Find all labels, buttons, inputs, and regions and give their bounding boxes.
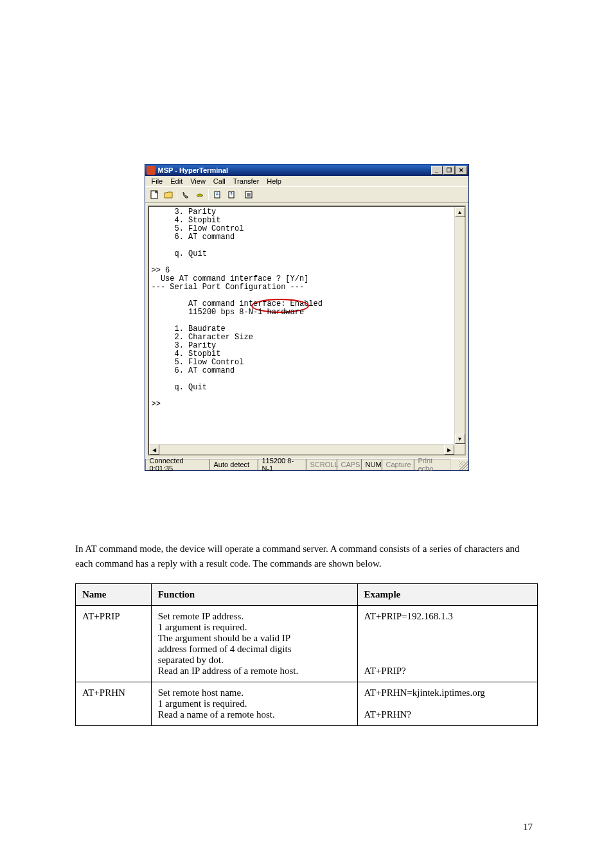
at-command-table: Name Function Example AT+PRIPSet remote … xyxy=(75,583,538,726)
open-file-icon[interactable] xyxy=(161,188,175,201)
hyperterminal-window: MSP - HyperTerminal _ ❐ ✕ File Edit View… xyxy=(145,164,469,471)
status-baud: 115200 8-N-1 xyxy=(258,459,306,470)
col-header-example: Example xyxy=(357,584,537,606)
menu-call[interactable]: Call xyxy=(209,177,229,186)
status-echo: Print echo xyxy=(414,459,451,470)
status-connected: Connected 0:01:35 xyxy=(145,459,209,470)
close-button[interactable]: ✕ xyxy=(456,166,467,175)
phone-hangup-icon[interactable] xyxy=(193,188,207,201)
col-header-name: Name xyxy=(76,584,152,606)
terminal-output[interactable]: 3. Parity 4. Stopbit 5. Flow Control 6. … xyxy=(149,207,465,454)
terminal-line: q. Quit xyxy=(152,250,462,258)
terminal-line: --- Serial Port Configuration --- xyxy=(152,283,462,292)
receive-file-icon[interactable] xyxy=(224,188,238,201)
terminal-line: q. Quit xyxy=(152,384,462,392)
page-number: 17 xyxy=(523,822,533,833)
status-bar: Connected 0:01:35 Auto detect 115200 8-N… xyxy=(145,458,468,470)
window-titlebar: MSP - HyperTerminal _ ❐ ✕ xyxy=(145,164,468,176)
vertical-scrollbar[interactable]: ▲ ▼ xyxy=(454,207,465,444)
window-title: MSP - HyperTerminal xyxy=(158,166,431,174)
terminal-line xyxy=(152,392,462,400)
cell-name: AT+PRHN xyxy=(76,682,152,726)
scroll-right-button[interactable]: ▶ xyxy=(444,445,454,455)
new-file-icon[interactable] xyxy=(147,188,161,201)
table-row: AT+PRIPSet remote IP address.1 argument … xyxy=(76,606,538,682)
status-scroll: SCROLL xyxy=(306,459,337,470)
cell-name: AT+PRIP xyxy=(76,606,152,682)
horizontal-scrollbar[interactable]: ◀ ▶ xyxy=(149,444,454,454)
send-file-icon[interactable] xyxy=(210,188,224,201)
menu-file[interactable]: File xyxy=(148,177,167,186)
scroll-left-button[interactable]: ◀ xyxy=(149,445,159,455)
phone-call-icon[interactable] xyxy=(179,188,193,201)
resize-grip[interactable] xyxy=(457,459,468,470)
toolbar xyxy=(145,186,468,203)
restore-button[interactable]: ❐ xyxy=(443,166,455,175)
cell-example: AT+PRIP=192.168.1.3 AT+PRIP? xyxy=(357,606,537,682)
status-capture: Capture xyxy=(382,459,414,470)
scroll-up-button[interactable]: ▲ xyxy=(455,207,465,217)
minimize-button[interactable]: _ xyxy=(431,166,443,175)
terminal-container: 3. Parity 4. Stopbit 5. Flow Control 6. … xyxy=(145,203,468,458)
intro-paragraph: In AT command mode, the device will oper… xyxy=(75,542,538,571)
status-caps: CAPS xyxy=(337,459,361,470)
scroll-corner xyxy=(454,444,465,454)
menu-bar: File Edit View Call Transfer Help xyxy=(145,176,468,186)
scroll-down-button[interactable]: ▼ xyxy=(455,434,465,444)
menu-edit[interactable]: Edit xyxy=(166,177,186,186)
status-autodetect: Auto detect xyxy=(209,459,258,470)
terminal-line: 6. AT command xyxy=(152,367,462,375)
menu-view[interactable]: View xyxy=(186,177,209,186)
menu-help[interactable]: Help xyxy=(263,177,285,186)
table-row: AT+PRHNSet remote host name.1 argument i… xyxy=(76,682,538,726)
cell-function: Set remote IP address.1 argument is requ… xyxy=(151,606,357,682)
menu-transfer[interactable]: Transfer xyxy=(229,177,263,186)
terminal-line: 6. AT command xyxy=(152,233,462,242)
cell-function: Set remote host name.1 argument is requi… xyxy=(151,682,357,726)
status-num: NUM xyxy=(361,459,382,470)
terminal-line: 115200 bps 8-N-1 hardware xyxy=(152,308,462,317)
app-icon xyxy=(147,166,155,175)
cell-example: AT+PRHN=kjintek.iptimes.org AT+PRHN? xyxy=(357,682,537,726)
terminal-line: >> xyxy=(152,400,462,409)
col-header-function: Function xyxy=(151,584,357,606)
properties-icon[interactable] xyxy=(242,188,256,201)
terminal-line xyxy=(152,258,462,267)
